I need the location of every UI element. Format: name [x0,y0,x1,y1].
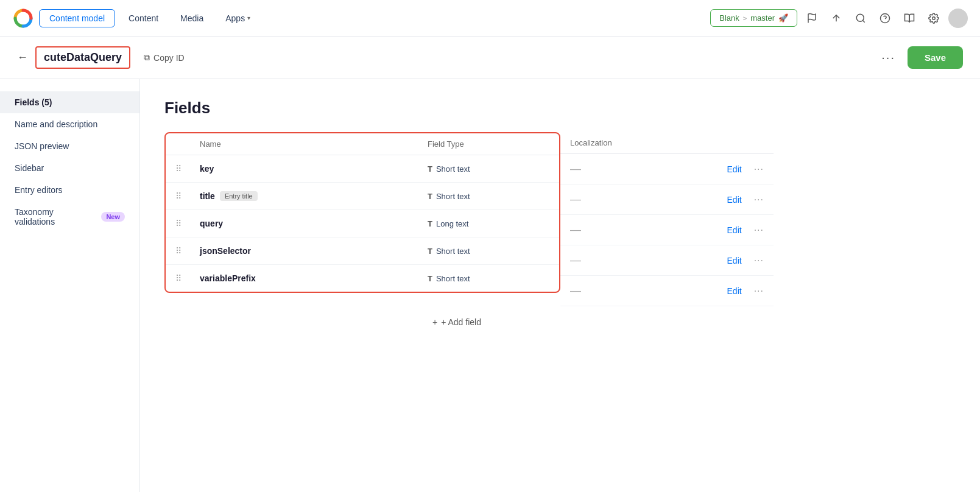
drag-handle-icon[interactable]: ⠿ [175,246,200,256]
plus-icon: + [432,317,437,327]
field-row-actions: — Edit ··· [560,154,774,184]
table-row: ⠿ title Entry title T Short text [166,183,559,210]
localization-value: — [570,254,581,267]
field-more-button[interactable]: ··· [754,194,764,205]
main-layout: Fields (5) Name and description JSON pre… [0,79,980,492]
sidebar-item-json-preview[interactable]: JSON preview [0,135,139,157]
back-button[interactable]: ← [17,51,28,64]
subheader: ← cuteDataQuery ⧉ Copy ID ··· Save [0,37,980,79]
env-separator: > [743,15,747,22]
sidebar: Fields (5) Name and description JSON pre… [0,79,140,492]
more-options-button[interactable]: ··· [876,48,900,67]
content-nav-item[interactable]: Content [120,10,167,27]
col-localization-header: Localization [570,138,612,147]
field-name-title: title Entry title [200,191,428,201]
table-right-section: Localization — Edit ··· — Edit ··· [560,132,774,306]
text-type-icon: T [428,164,432,174]
environment-button[interactable]: Blank > master 🚀 [710,9,797,27]
save-button[interactable]: Save [908,46,963,69]
localization-value: — [570,284,581,297]
field-more-button[interactable]: ··· [754,255,764,266]
field-name-query: query [200,219,428,228]
add-field-button[interactable]: + + Add field [164,306,749,338]
field-row-actions: — Edit ··· [560,245,774,276]
table-header: Name Field Type [166,133,559,155]
app-logo[interactable]: C [12,7,34,29]
content-model-nav-button[interactable]: Content model [39,9,115,27]
localization-value: — [570,163,581,175]
text-type-icon: T [428,247,432,256]
field-row-actions: — Edit ··· [560,184,774,215]
main-content: Fields Name Field Type ⠿ key T [140,79,980,492]
taxonomy-new-badge: New [101,212,125,222]
text-type-icon: T [428,274,432,283]
drag-handle-icon[interactable]: ⠿ [175,164,200,174]
field-type-variable-prefix: T Short text [428,274,549,283]
svg-line-5 [862,20,864,22]
edit-variable-prefix-button[interactable]: Edit [727,286,742,296]
edit-json-selector-button[interactable]: Edit [727,256,742,265]
apps-nav-item[interactable]: Apps ▾ [217,10,259,27]
content-type-name: cuteDataQuery [35,46,130,69]
field-more-button[interactable]: ··· [754,164,764,175]
field-type-json-selector: T Short text [428,247,549,256]
help-icon[interactable] [875,9,895,28]
upload-icon[interactable] [827,9,846,28]
field-name-variable-prefix: variablePrefix [200,273,428,283]
apps-chevron-icon: ▾ [247,15,250,21]
field-more-button[interactable]: ··· [754,286,764,297]
table-row: ⠿ variablePrefix T Short text [166,265,559,292]
localization-value: — [570,223,581,236]
sidebar-item-entry-editors[interactable]: Entry editors [0,179,139,201]
field-row-actions: — Edit ··· [560,276,774,306]
book-icon[interactable] [900,9,919,28]
user-avatar[interactable] [948,9,968,28]
field-name-key: key [200,164,428,174]
top-navigation: C Content model Content Media Apps ▾ Bla… [0,0,980,37]
flag-icon[interactable] [802,9,822,28]
edit-title-button[interactable]: Edit [727,195,742,205]
field-more-button[interactable]: ··· [754,225,764,236]
field-type-query: T Long text [428,219,549,228]
drag-handle-icon[interactable]: ⠿ [175,273,200,283]
sidebar-item-fields[interactable]: Fields (5) [0,91,139,113]
table-row: ⠿ key T Short text [166,155,559,183]
fields-table-container: Name Field Type ⠿ key T Short text [164,132,560,293]
table-row: ⠿ jsonSelector T Short text [166,237,559,265]
media-nav-item[interactable]: Media [172,10,212,27]
copy-id-label: Copy ID [153,53,185,63]
add-field-label: + Add field [441,317,481,327]
drag-handle-icon[interactable]: ⠿ [175,219,200,228]
col-name-header: Name [200,139,428,149]
field-type-title: T Short text [428,192,549,201]
table-row: ⠿ query T Long text [166,210,559,237]
copy-id-button[interactable]: ⧉ Copy ID [138,49,191,66]
drag-handle-icon[interactable]: ⠿ [175,191,200,201]
svg-point-8 [932,16,936,19]
svg-point-4 [856,14,864,21]
field-name-json-selector: jsonSelector [200,246,428,256]
text-type-icon: T [428,219,432,228]
sidebar-item-sidebar[interactable]: Sidebar [0,157,139,179]
env-name: Blank [719,13,739,23]
edit-query-button[interactable]: Edit [727,225,742,235]
col-field-type-header: Field Type [428,139,549,149]
text-type-icon: T [428,192,432,201]
field-row-actions: — Edit ··· [560,215,774,245]
env-branch: master [750,13,775,23]
copy-icon: ⧉ [144,52,150,63]
edit-key-button[interactable]: Edit [727,164,742,174]
localization-header: Localization [560,132,774,154]
settings-icon[interactable] [924,9,943,28]
env-rocket-icon: 🚀 [778,13,788,23]
field-type-key: T Short text [428,164,549,174]
localization-value: — [570,193,581,206]
search-icon[interactable] [851,9,870,28]
entry-title-badge: Entry title [220,191,258,201]
sidebar-item-taxonomy[interactable]: Taxonomy validations New [0,201,139,233]
sidebar-item-name-description[interactable]: Name and description [0,113,139,135]
section-title: Fields [164,99,956,118]
